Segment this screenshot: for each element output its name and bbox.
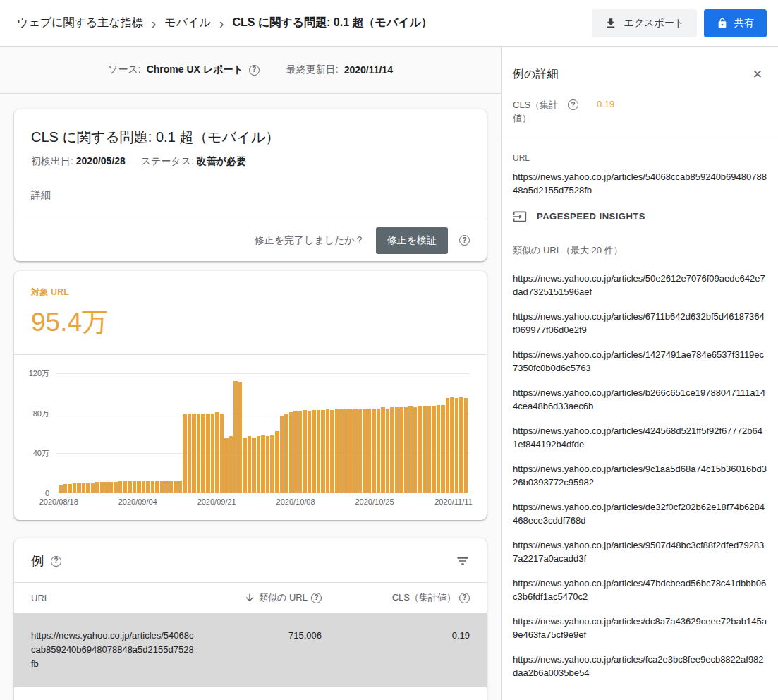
chart-bar[interactable] bbox=[353, 409, 358, 493]
chart-bar[interactable] bbox=[413, 407, 418, 493]
chart-bar[interactable] bbox=[164, 481, 169, 493]
chart-bar[interactable] bbox=[142, 481, 146, 493]
chart-bar[interactable] bbox=[229, 436, 233, 493]
chart-bar[interactable] bbox=[220, 414, 224, 493]
chart-bar[interactable] bbox=[243, 438, 247, 493]
chart-bar[interactable] bbox=[418, 406, 422, 493]
breadcrumb-core-web-vitals[interactable]: ウェブに関する主な指標 bbox=[17, 16, 143, 30]
chart-bar[interactable] bbox=[201, 414, 205, 493]
chart-bar[interactable] bbox=[68, 484, 72, 493]
chart-bar[interactable] bbox=[174, 481, 178, 493]
chart-bar[interactable] bbox=[155, 481, 159, 493]
chart-bar[interactable] bbox=[395, 407, 399, 493]
chart-bar[interactable] bbox=[432, 406, 436, 493]
chart-bar[interactable] bbox=[348, 409, 353, 493]
chart-bar[interactable] bbox=[390, 407, 394, 493]
chart-bar[interactable] bbox=[91, 483, 95, 493]
help-icon[interactable]: ? bbox=[459, 235, 470, 246]
chart-bar[interactable] bbox=[386, 409, 390, 493]
chart-bar[interactable] bbox=[284, 414, 288, 493]
chart-bar[interactable] bbox=[109, 482, 114, 493]
chart-bar[interactable] bbox=[312, 410, 316, 493]
chart-bar[interactable] bbox=[137, 481, 141, 493]
chart-bar[interactable] bbox=[100, 482, 104, 493]
chart-bar[interactable] bbox=[95, 482, 99, 493]
chart-bar[interactable] bbox=[377, 409, 381, 493]
share-button[interactable]: 共有 bbox=[704, 9, 767, 37]
column-header-cls[interactable]: CLS（集計値） ? bbox=[322, 591, 470, 604]
chart-bar[interactable] bbox=[248, 436, 252, 493]
chart-bar[interactable] bbox=[192, 414, 196, 493]
table-row[interactable]: https://news.yahoo.co.jp/articles/54068c… bbox=[14, 613, 487, 687]
chart-bar[interactable] bbox=[372, 409, 376, 493]
table-row[interactable]: https://news.yahoo.co.jp/articles/0d157,… bbox=[14, 687, 487, 700]
chart-bar[interactable] bbox=[59, 485, 63, 493]
chart-bar[interactable] bbox=[146, 481, 150, 493]
chart-bar[interactable] bbox=[339, 409, 344, 493]
chart-bar[interactable] bbox=[252, 438, 256, 493]
chart-bar[interactable] bbox=[257, 436, 261, 493]
breadcrumb-mobile[interactable]: モバイル bbox=[164, 16, 211, 30]
chart-bar[interactable] bbox=[270, 435, 274, 493]
help-icon[interactable]: ? bbox=[311, 593, 322, 603]
chart-bar[interactable] bbox=[275, 431, 279, 493]
chart-bar[interactable] bbox=[344, 409, 348, 493]
chart-bar[interactable] bbox=[367, 409, 372, 493]
chart-bar[interactable] bbox=[128, 481, 132, 493]
chart-bar[interactable] bbox=[114, 482, 118, 493]
details-link[interactable]: 詳細 bbox=[31, 189, 51, 202]
chart-bar[interactable] bbox=[280, 416, 284, 494]
chart-bar[interactable] bbox=[86, 483, 90, 493]
chart-bar[interactable] bbox=[446, 398, 450, 493]
chart-bar[interactable] bbox=[330, 410, 334, 493]
chart-bar[interactable] bbox=[303, 410, 307, 493]
chart-bar[interactable] bbox=[326, 409, 330, 493]
chart-bar[interactable] bbox=[408, 406, 413, 493]
chart-bar[interactable] bbox=[63, 484, 68, 493]
validate-fix-button[interactable]: 修正を検証 bbox=[376, 227, 448, 254]
chart-bar[interactable] bbox=[104, 482, 109, 493]
chart-bar[interactable] bbox=[381, 407, 385, 493]
chart-bar[interactable] bbox=[82, 483, 86, 493]
filter-icon[interactable] bbox=[456, 554, 470, 568]
chart-bar[interactable] bbox=[178, 481, 183, 493]
chart-bar[interactable] bbox=[455, 398, 459, 493]
chart-bar[interactable] bbox=[437, 405, 441, 493]
help-icon[interactable]: ? bbox=[568, 99, 578, 110]
chart-bar[interactable] bbox=[317, 410, 321, 493]
chart-bar[interactable] bbox=[289, 412, 293, 493]
chart-bar[interactable] bbox=[206, 414, 210, 493]
chart-bar[interactable] bbox=[298, 411, 303, 493]
help-icon[interactable]: ? bbox=[249, 65, 260, 76]
chart-bar[interactable] bbox=[123, 481, 127, 493]
chart-bar[interactable] bbox=[363, 409, 367, 493]
close-icon[interactable]: ✕ bbox=[748, 66, 767, 83]
chart-bar[interactable] bbox=[183, 414, 187, 493]
pagespeed-insights-link[interactable]: PAGESPEED INSIGHTS bbox=[513, 210, 645, 224]
export-button[interactable]: エクスポート bbox=[592, 9, 697, 37]
chart-bar[interactable] bbox=[321, 410, 325, 493]
help-icon[interactable]: ? bbox=[51, 556, 61, 567]
chart-bar[interactable] bbox=[261, 435, 265, 493]
chart-bar[interactable] bbox=[404, 407, 408, 493]
chart-bar[interactable] bbox=[211, 414, 215, 493]
chart-bar[interactable] bbox=[151, 481, 155, 493]
chart-bar[interactable] bbox=[197, 414, 201, 493]
chart-bar[interactable] bbox=[160, 481, 164, 493]
chart-bar[interactable] bbox=[238, 382, 243, 493]
chart-bar[interactable] bbox=[423, 406, 427, 493]
chart-bar[interactable] bbox=[266, 436, 270, 493]
chart-bar[interactable] bbox=[399, 407, 403, 493]
chart-bar[interactable] bbox=[233, 381, 238, 493]
chart-bar[interactable] bbox=[188, 414, 192, 493]
chart-bar[interactable] bbox=[169, 481, 174, 493]
chart-bar[interactable] bbox=[73, 483, 77, 493]
chart-bar[interactable] bbox=[133, 481, 137, 493]
chart-bar[interactable] bbox=[335, 409, 339, 493]
chart-bar[interactable] bbox=[464, 398, 468, 493]
chart-bar[interactable] bbox=[450, 397, 454, 493]
chart-bar[interactable] bbox=[77, 483, 81, 493]
chart-bar[interactable] bbox=[118, 481, 123, 493]
chart-bar[interactable] bbox=[427, 406, 432, 493]
chart-bar[interactable] bbox=[441, 405, 445, 493]
